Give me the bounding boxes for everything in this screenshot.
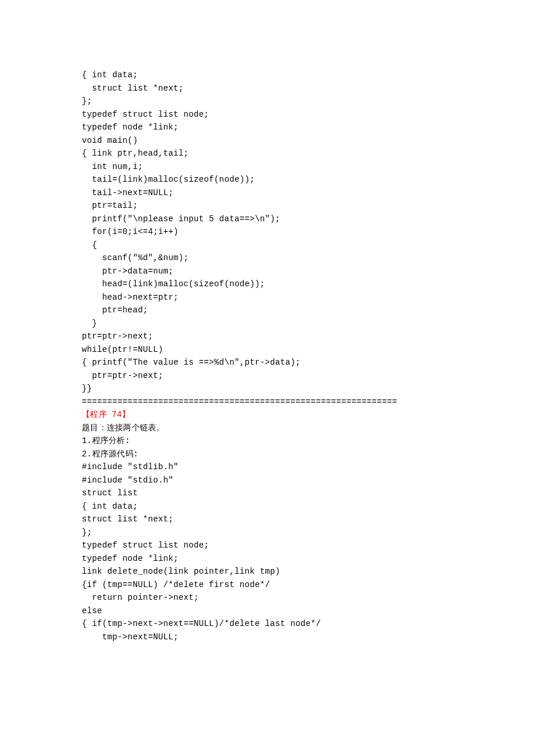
code-line: return pointer->next; [82, 591, 453, 604]
code-line: void main() [82, 134, 453, 147]
code-line: while(ptr!=NULL) [82, 343, 453, 357]
code-line: 【程序 74】 [82, 408, 453, 422]
code-line: ptr=ptr->next; [82, 369, 453, 383]
code-line: ptr=head; [82, 304, 453, 317]
code-line: }} [82, 382, 453, 395]
code-line: head->next=ptr; [82, 291, 453, 304]
code-line: 1.程序分析: [82, 434, 453, 448]
code-line: printf("\nplease input 5 data==>\n"); [82, 213, 453, 226]
code-line: typedef node *link; [82, 121, 453, 134]
code-line: }; [82, 95, 453, 108]
code-line: #include "stdio.h" [82, 474, 453, 487]
code-line: { [82, 239, 453, 252]
code-line: } [82, 317, 453, 330]
code-line: int num,i; [82, 160, 453, 174]
code-line: ptr=tail; [82, 199, 453, 213]
document-page: { int data; struct list *next;};typedef … [0, 0, 453, 643]
code-line: scanf("%d",&num); [82, 251, 453, 265]
code-line: { int data; [82, 500, 453, 513]
code-line: 2.程序源代码: [82, 448, 453, 461]
code-line: struct list [82, 487, 453, 500]
code-line: link delete_node(link pointer,link tmp) [82, 565, 453, 578]
code-line: #include "stdlib.h" [82, 460, 453, 474]
code-line: { int data; [82, 69, 453, 82]
code-line: { printf("The value is ==>%d\n",ptr->dat… [82, 356, 453, 369]
code-line: { if(tmp->next->next==NULL)/*delete last… [82, 617, 453, 631]
code-line: tail->next=NULL; [82, 186, 453, 200]
code-line: typedef struct list node; [82, 108, 453, 121]
code-line: typedef struct list node; [82, 539, 453, 552]
code-line: tmp->next=NULL; [82, 631, 453, 644]
code-line: head=(link)malloc(sizeof(node)); [82, 278, 453, 291]
code-line: {if (tmp==NULL) /*delete first node*/ [82, 578, 453, 592]
code-line: ========================================… [82, 395, 453, 409]
code-line: tail=(link)malloc(sizeof(node)); [82, 173, 453, 186]
code-line: for(i=0;i<=4;i++) [82, 225, 453, 239]
code-line: typedef node *link; [82, 552, 453, 566]
code-line: ptr=ptr->next; [82, 330, 453, 343]
code-line: else [82, 604, 453, 618]
code-line: struct list *next; [82, 513, 453, 526]
code-line: }; [82, 526, 453, 539]
code-line: ptr->data=num; [82, 265, 453, 278]
code-line: { link ptr,head,tail; [82, 147, 453, 160]
code-line: 题目：连接两个链表。 [82, 422, 453, 435]
code-line: struct list *next; [82, 82, 453, 95]
